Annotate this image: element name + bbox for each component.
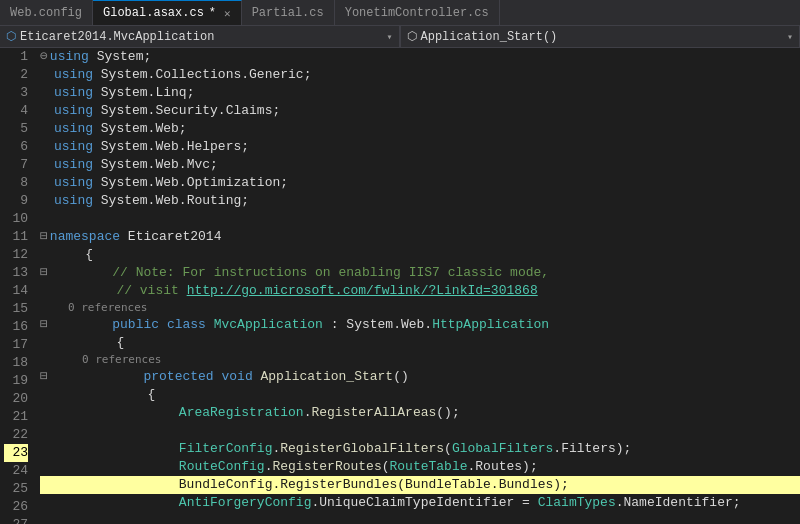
code-line-12: { — [40, 246, 800, 264]
collapse-icon-15[interactable]: ⊟ — [40, 316, 48, 334]
code-line-9: using System.Web.Routing; — [40, 192, 800, 210]
code-content[interactable]: ⊖ using System; using System.Collections… — [36, 48, 800, 524]
ln-23: 23 — [4, 444, 28, 462]
editor: 1 2 3 4 5 6 7 8 9 10 11 12 13 14 15 16 1… — [0, 48, 800, 524]
close-icon[interactable]: ✕ — [224, 7, 231, 20]
code-line-18: { — [40, 386, 800, 404]
code-line-21: FilterConfig.RegisterGlobalFilters(Globa… — [40, 440, 800, 458]
code-line-25 — [40, 512, 800, 524]
method-dropdown-label: Application_Start() — [421, 30, 558, 44]
tab-label: Web.config — [10, 6, 82, 20]
ln-27: 27 — [4, 516, 28, 524]
method-icon: ⬡ — [407, 29, 417, 44]
ln-3: 3 — [4, 84, 28, 102]
ln-18: 18 — [4, 354, 28, 372]
tab-partial[interactable]: Partial.cs — [242, 0, 335, 25]
code-line-16: { — [40, 334, 800, 352]
collapse-icon-13[interactable]: ⊟ — [40, 264, 48, 282]
code-line-5: using System.Web; — [40, 120, 800, 138]
code-line-4: using System.Security.Claims; — [40, 102, 800, 120]
collapse-icon-1[interactable]: ⊖ — [40, 48, 48, 66]
line-numbers: 1 2 3 4 5 6 7 8 9 10 11 12 13 14 15 16 1… — [0, 48, 36, 524]
dropdown-bar: ⬡ Eticaret2014.MvcApplication ▾ ⬡ Applic… — [0, 26, 800, 48]
zero-references-line-2: 0 references — [40, 352, 800, 368]
code-line-23: BundleConfig.RegisterBundles(BundleTable… — [40, 476, 800, 494]
ln-16: 16 — [4, 318, 28, 336]
code-line-2: using System.Collections.Generic; — [40, 66, 800, 84]
code-line-10 — [40, 210, 800, 228]
ln-12: 12 — [4, 246, 28, 264]
ln-4: 4 — [4, 102, 28, 120]
references-badge-2: 0 references — [82, 351, 161, 369]
iis7-link[interactable]: http://go.microsoft.com/fwlink/?LinkId=3… — [187, 282, 538, 300]
collapse-icon-17[interactable]: ⊟ — [40, 368, 48, 386]
tab-label: YonetimController.cs — [345, 6, 489, 20]
tab-global-asax[interactable]: Global.asax.cs * ✕ — [93, 0, 242, 25]
code-line-19: AreaRegistration.RegisterAllAreas(); — [40, 404, 800, 422]
tab-web-config[interactable]: Web.config — [0, 0, 93, 25]
class-dropdown[interactable]: ⬡ Eticaret2014.MvcApplication ▾ — [0, 26, 400, 47]
tab-label: Global.asax.cs — [103, 6, 204, 20]
code-line-17: ⊟ protected void Application_Start() — [40, 368, 800, 386]
code-line-8: using System.Web.Optimization; — [40, 174, 800, 192]
ln-19: 19 — [4, 372, 28, 390]
modified-indicator: * — [209, 6, 216, 20]
code-line-14: // visit http://go.microsoft.com/fwlink/… — [40, 282, 800, 300]
code-line-13: ⊟ // Note: For instructions on enabling … — [40, 264, 800, 282]
ln-24: 24 — [4, 462, 28, 480]
ln-8: 8 — [4, 174, 28, 192]
code-line-11: ⊟ namespace Eticaret2014 — [40, 228, 800, 246]
ln-15: 15 — [4, 300, 28, 318]
collapse-icon-11[interactable]: ⊟ — [40, 228, 48, 246]
code-line-24: AntiForgeryConfig.UniqueClaimTypeIdentif… — [40, 494, 800, 512]
ln-13: 13 — [4, 264, 28, 282]
ln-20: 20 — [4, 390, 28, 408]
class-dropdown-label: Eticaret2014.MvcApplication — [20, 30, 214, 44]
ln-6: 6 — [4, 138, 28, 156]
code-line-20 — [40, 422, 800, 440]
ln-2: 2 — [4, 66, 28, 84]
chevron-down-icon: ▾ — [787, 31, 793, 43]
ln-17: 17 — [4, 336, 28, 354]
code-line-6: using System.Web.Helpers; — [40, 138, 800, 156]
code-area: 1 2 3 4 5 6 7 8 9 10 11 12 13 14 15 16 1… — [0, 48, 800, 524]
references-badge: 0 references — [68, 299, 147, 317]
code-line-7: using System.Web.Mvc; — [40, 156, 800, 174]
ln-21: 21 — [4, 408, 28, 426]
zero-references-line: 0 references — [40, 300, 800, 316]
ln-5: 5 — [4, 120, 28, 138]
ln-1: 1 — [4, 48, 28, 66]
ln-25: 25 — [4, 480, 28, 498]
chevron-down-icon: ▾ — [386, 31, 392, 43]
method-dropdown[interactable]: ⬡ Application_Start() ▾ — [400, 26, 801, 47]
ln-9: 9 — [4, 192, 28, 210]
code-line-15: ⊟ public class MvcApplication : System.W… — [40, 316, 800, 334]
ln-22: 22 — [4, 426, 28, 444]
code-line-1: ⊖ using System; — [40, 48, 800, 66]
tab-bar: Web.config Global.asax.cs * ✕ Partial.cs… — [0, 0, 800, 26]
class-icon: ⬡ — [6, 29, 16, 44]
code-line-22: RouteConfig.RegisterRoutes(RouteTable.Ro… — [40, 458, 800, 476]
ln-11: 11 — [4, 228, 28, 246]
ln-26: 26 — [4, 498, 28, 516]
ln-7: 7 — [4, 156, 28, 174]
tab-yonetim[interactable]: YonetimController.cs — [335, 0, 500, 25]
tab-label: Partial.cs — [252, 6, 324, 20]
ln-14: 14 — [4, 282, 28, 300]
code-line-3: using System.Linq; — [40, 84, 800, 102]
ln-10: 10 — [4, 210, 28, 228]
